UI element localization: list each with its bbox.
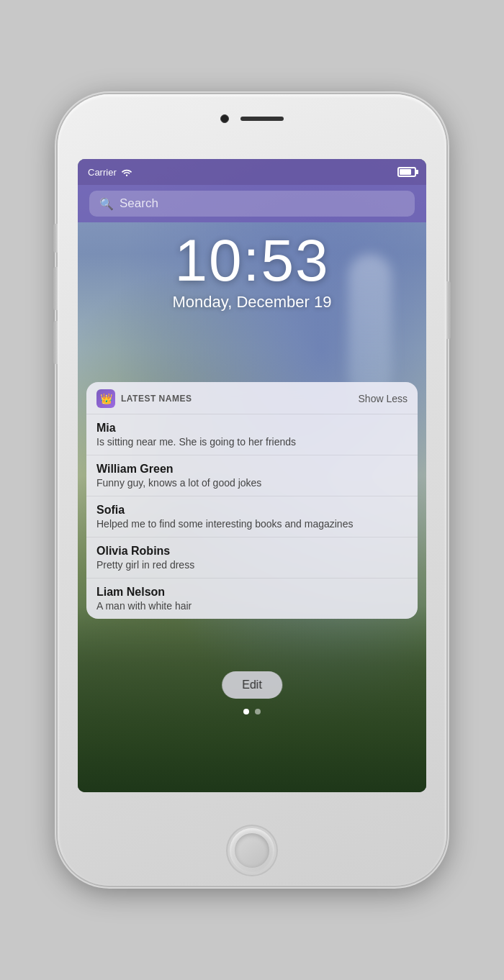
- page-dots: [78, 709, 426, 714]
- notif-name-4: Liam Nelson: [96, 586, 408, 599]
- notif-desc-2: Helped me to find some interesting books…: [96, 518, 408, 530]
- status-bar: Carrier: [78, 159, 426, 185]
- front-camera: [220, 114, 229, 123]
- home-button[interactable]: [230, 828, 274, 873]
- notif-header-left: 👑 LATEST NAMES: [96, 389, 192, 408]
- home-button-inner: [235, 833, 269, 868]
- notif-desc-4: A man with white hair: [96, 600, 408, 612]
- page-dot-1: [255, 709, 261, 714]
- svg-point-0: [126, 175, 127, 176]
- notif-desc-0: Is sitting near me. She is going to her …: [96, 436, 408, 448]
- notif-app-name: LATEST NAMES: [121, 394, 192, 404]
- notch-area: [220, 114, 284, 123]
- search-icon: 🔍: [99, 197, 114, 211]
- power-button[interactable]: [446, 281, 451, 339]
- notif-name-2: Sofia: [96, 504, 408, 517]
- search-bar[interactable]: 🔍 Search: [78, 185, 426, 222]
- search-placeholder: Search: [120, 196, 158, 211]
- notif-name-3: Olivia Robins: [96, 545, 408, 558]
- show-less-button[interactable]: Show Less: [359, 393, 408, 404]
- notification-card: 👑 LATEST NAMES Show Less Mia Is sitting …: [86, 382, 418, 619]
- volume-up-button[interactable]: [53, 267, 58, 310]
- battery-fill: [400, 169, 411, 175]
- mute-button[interactable]: [53, 224, 58, 253]
- notification-header: 👑 LATEST NAMES Show Less: [86, 382, 418, 414]
- battery-indicator: [397, 167, 416, 177]
- notification-item-2[interactable]: Sofia Helped me to find some interesting…: [86, 496, 418, 537]
- app-icon: 👑: [96, 389, 115, 408]
- notif-desc-3: Pretty girl in red dress: [96, 559, 408, 571]
- phone-frame: Carrier 🔍 Search 10:53 M: [58, 94, 446, 886]
- clock-date: Monday, December 19: [173, 293, 332, 312]
- notification-item-4[interactable]: Liam Nelson A man with white hair: [86, 579, 418, 619]
- carrier-info: Carrier: [88, 167, 132, 178]
- app-icon-symbol: 👑: [100, 393, 112, 404]
- wifi-icon: [121, 168, 132, 176]
- volume-down-button[interactable]: [53, 321, 58, 364]
- speaker: [240, 117, 284, 121]
- search-field[interactable]: 🔍 Search: [89, 191, 415, 217]
- edit-button[interactable]: Edit: [222, 671, 282, 699]
- clock-time: 10:53: [174, 231, 329, 290]
- notif-name-0: Mia: [96, 422, 408, 435]
- battery-icon: [397, 167, 416, 177]
- carrier-label: Carrier: [88, 167, 117, 178]
- notification-item-1[interactable]: William Green Funny guy, knows a lot of …: [86, 455, 418, 496]
- notif-desc-1: Funny guy, knows a lot of good jokes: [96, 477, 408, 489]
- notification-item-3[interactable]: Olivia Robins Pretty girl in red dress: [86, 537, 418, 579]
- notif-name-1: William Green: [96, 463, 408, 476]
- phone-screen: Carrier 🔍 Search 10:53 M: [78, 159, 426, 792]
- clock-area: 10:53 Monday, December 19: [78, 231, 426, 312]
- page-dot-0: [243, 709, 249, 714]
- notification-item-0[interactable]: Mia Is sitting near me. She is going to …: [86, 414, 418, 455]
